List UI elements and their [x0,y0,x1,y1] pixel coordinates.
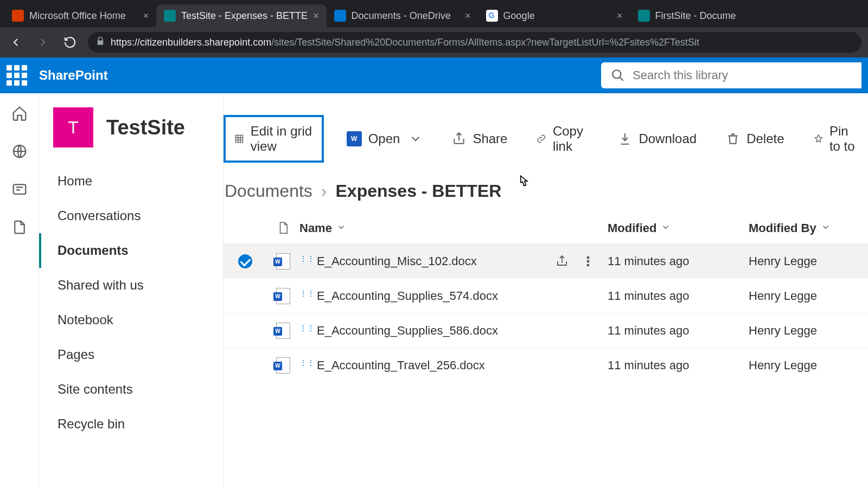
row-selected-icon[interactable] [238,254,252,268]
trash-icon [726,132,740,146]
nav-site-contents[interactable]: Site contents [39,372,223,407]
cmd-label: Pin to to [829,124,861,154]
browser-address-bar: https://citizenbuilders.sharepoint.com/s… [0,27,868,57]
chevron-down-icon [821,222,831,232]
close-icon[interactable]: × [465,10,471,22]
tab-title: TestSite - Expenses - BETTE [181,10,308,22]
modified-value: 11 minutes ago [608,324,689,338]
download-icon [618,132,632,146]
browser-tab-strip: Microsoft Office Home × TestSite - Expen… [0,0,868,27]
nav-recycle-bin[interactable]: Recycle bin [39,407,223,441]
pin-button[interactable]: Pin to to [807,119,868,158]
close-icon[interactable]: × [617,10,623,22]
open-button[interactable]: W Open [340,127,430,151]
column-modified[interactable]: Modified [608,221,749,235]
word-icon: W [347,131,362,146]
tab-title: Documents - OneDrive [352,10,459,22]
file-name[interactable]: E_Accounting_Travel_256.docx [317,358,485,372]
nav-documents[interactable]: Documents [39,233,223,268]
cmd-label: Copy link [553,124,589,154]
nav-conversations[interactable]: Conversations [39,198,223,233]
file-name[interactable]: E_Accounting_Supplies_586.docx [317,324,498,337]
cmd-label: Delete [746,131,784,146]
file-name[interactable]: E_Accounting_Misc_102.docx [317,254,477,268]
tab-title: Microsoft Office Home [29,10,137,22]
modified-value: 11 minutes ago [608,358,689,373]
modified-by-value: Henry Legge [749,324,817,338]
tab-title: FirstSite - Docume [655,10,736,22]
new-indicator-icon: ⋮⋮ [299,324,315,332]
new-indicator-icon: ⋮⋮ [299,289,315,298]
browser-tab[interactable]: Microsoft Office Home × [4,4,156,27]
browser-tab[interactable]: FirstSite - Docume [630,4,744,27]
chevron-down-icon [661,222,671,232]
new-indicator-icon: ⋮⋮ [299,358,315,367]
search-icon [611,68,625,82]
news-icon[interactable] [11,181,28,197]
column-name[interactable]: Name [299,221,608,235]
edit-grid-view-button[interactable]: Edit in grid view [224,115,324,163]
more-icon[interactable] [582,255,595,268]
link-icon [537,132,546,146]
globe-icon[interactable] [11,143,28,159]
breadcrumb-current: Expenses - BETTER [336,181,502,201]
svg-point-6 [587,264,589,266]
app-launcher-icon[interactable] [7,65,27,86]
files-icon[interactable] [11,219,28,235]
modified-value: 11 minutes ago [608,254,689,268]
forward-button[interactable] [34,33,52,52]
back-button[interactable] [7,33,25,52]
file-type-column-icon[interactable] [267,221,299,236]
table-row[interactable]: ⋮⋮E_Accounting_Supplies_574.docx 11 minu… [224,278,868,313]
table-row[interactable]: ⋮⋮E_Accounting_Supplies_586.docx 11 minu… [224,313,868,348]
modified-by-value: Henry Legge [749,289,817,303]
table-row[interactable]: ⋮⋮E_Accounting_Misc_102.docx 11 minutes … [224,243,868,278]
share-icon[interactable] [556,255,569,268]
site-name[interactable]: TestSite [106,116,185,139]
browser-tab-active[interactable]: TestSite - Expenses - BETTE × [156,4,327,27]
search-input[interactable] [633,68,852,82]
copy-link-button[interactable]: Copy link [530,119,595,158]
site-logo[interactable]: T [53,107,93,147]
chevron-right-icon: › [321,181,327,201]
document-table: Name Modified Modified By [224,213,868,382]
svg-point-5 [587,260,589,262]
delete-button[interactable]: Delete [719,127,790,151]
download-button[interactable]: Download [611,127,703,151]
close-icon[interactable]: × [313,10,319,22]
nav-notebook[interactable]: Notebook [39,303,223,337]
left-rail [0,93,39,488]
modified-by-value: Henry Legge [749,358,817,373]
suite-bar: SharePoint [0,57,868,93]
svg-rect-3 [235,135,242,142]
modified-value: 11 minutes ago [608,289,689,303]
home-icon[interactable] [11,105,28,121]
word-doc-icon [276,357,290,374]
site-sidebar: T TestSite Home Conversations Documents … [39,93,224,488]
cursor-icon [516,175,533,195]
cmd-label: Open [368,131,400,146]
site-header: T TestSite [39,107,223,164]
share-button[interactable]: Share [445,127,514,151]
search-box[interactable] [601,62,861,88]
browser-tab[interactable]: Google × [478,4,630,27]
reload-button[interactable] [61,33,79,52]
file-name[interactable]: E_Accounting_Supplies_574.docx [317,289,498,303]
cmd-label: Edit in grid view [251,124,313,154]
brand-label[interactable]: SharePoint [39,68,108,83]
word-doc-icon [276,253,290,269]
nav-shared[interactable]: Shared with us [39,268,223,303]
url-field[interactable]: https://citizenbuilders.sharepoint.com/s… [88,32,861,53]
nav-pages[interactable]: Pages [39,337,223,372]
nav-home[interactable]: Home [39,164,223,198]
column-modified-by[interactable]: Modified By [749,221,868,235]
onedrive-favicon [334,10,346,22]
browser-tab[interactable]: Documents - OneDrive × [327,4,478,27]
modified-by-value: Henry Legge [749,254,817,268]
office-favicon [12,10,24,22]
google-favicon [486,10,498,22]
breadcrumb-root[interactable]: Documents [225,181,312,201]
close-icon[interactable]: × [143,10,149,22]
table-row[interactable]: ⋮⋮E_Accounting_Travel_256.docx 11 minute… [224,348,868,382]
cmd-label: Download [639,131,697,146]
